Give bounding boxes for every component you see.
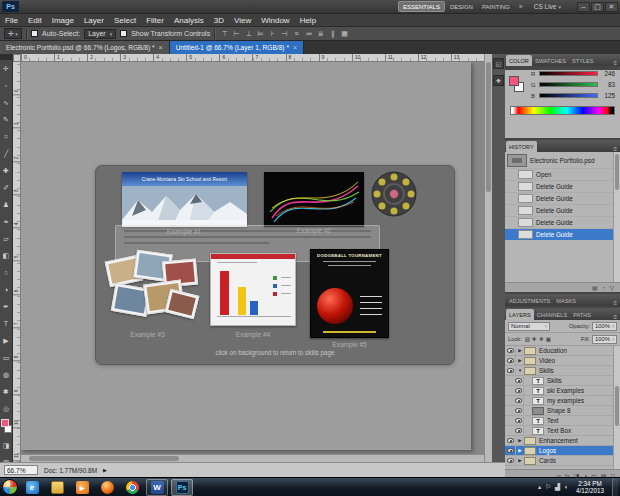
layer-row[interactable]: ▶ Video [505,356,620,366]
panel-menu-icon[interactable]: ≡ [613,60,619,66]
auto-select-checkbox[interactable] [31,30,38,37]
tray-show-hidden-icon[interactable]: ▴ [538,483,541,491]
tool-path-selection[interactable]: ▶ [0,332,13,349]
layer-row[interactable]: T Skills [505,376,620,386]
align-bottom-edges-icon[interactable]: ⊥ [243,29,254,39]
align-left-edges-icon[interactable]: ⊨ [255,29,266,39]
disclosure-triangle-icon[interactable]: ▶ [516,348,524,353]
menu-item[interactable]: File [0,16,23,25]
tool-eraser[interactable]: ▱ [0,230,13,247]
example-1-image[interactable]: Crane-Montana Ski School and Resort [122,172,247,227]
tool-clone-stamp[interactable]: ♟ [0,196,13,213]
tool-pen[interactable]: ✒ [0,298,13,315]
new-snapshot-icon[interactable]: ◔ [602,285,606,291]
workspace-button[interactable]: ESSENTIALS [398,1,445,12]
minimize-button[interactable]: – [577,2,590,12]
cs-live-dropdown[interactable]: CS Live ▾ [528,3,567,10]
tool-brush[interactable]: ✐ [0,179,13,196]
tool-type[interactable]: T [0,315,13,332]
taskbar-media-player[interactable]: ▶ [71,479,93,496]
restore-button[interactable]: ▢ [591,2,604,12]
visibility-toggle[interactable] [505,346,516,355]
distribute-top-edges-icon[interactable]: ≡ [291,29,302,39]
foreground-color-swatch[interactable] [1,419,9,427]
align-top-edges-icon[interactable]: ⊤ [219,29,230,39]
delete-state-icon[interactable]: ▽ [609,284,614,291]
auto-select-target-dropdown[interactable]: Layer ▾ [84,29,116,39]
visibility-toggle[interactable] [505,436,516,445]
horizontal-ruler[interactable]: 012345678910111213 [21,54,484,62]
visibility-toggle[interactable] [513,416,524,425]
tool-move[interactable]: ✛ [0,60,13,77]
status-flyout-icon[interactable]: ▶ [103,467,107,473]
tray-action-center-icon[interactable]: ⚐ [545,483,551,491]
disclosure-triangle-icon[interactable]: ▶ [516,458,524,463]
history-snapshot-row[interactable]: Electronic Portfolio.psd [505,152,620,168]
layer-row[interactable]: ▶ Logos [505,446,620,456]
taskbar-internet-explorer[interactable]: e [21,479,43,496]
dock-panel-icon-1[interactable]: ◱ [493,58,504,69]
distribute-bottom-edges-icon[interactable]: ≣ [315,29,326,39]
new-document-from-state-icon[interactable]: ▤ [592,284,598,291]
visibility-toggle[interactable] [513,406,524,415]
tool-blur[interactable]: ○ [0,264,13,281]
tool-3d-rotate[interactable]: ◍ [0,366,13,383]
close-button[interactable]: ✕ [605,2,618,12]
visibility-toggle[interactable] [505,356,516,365]
workspace-button[interactable]: DESIGN [446,1,477,12]
menu-item[interactable]: Help [295,16,321,25]
layer-row[interactable]: T Text Box [505,426,620,436]
tool-zoom[interactable]: ◎ [0,400,13,417]
panel-tab[interactable]: STYLES [569,55,596,66]
tool-crop[interactable]: ⌗ [0,128,13,145]
taskbar-photoshop[interactable]: Ps [171,479,193,496]
visibility-toggle[interactable] [505,446,516,455]
panel-tab[interactable]: COLOR [506,55,532,66]
lock-position-icon[interactable]: ✥ [538,336,545,342]
taskbar-clock[interactable]: 2:34 PM 4/12/2013 [572,480,608,495]
example-5-image[interactable]: DODGEBALL TOURNAMENT [310,249,389,338]
disclosure-triangle-icon[interactable]: ▶ [516,358,524,363]
layer-row[interactable]: T ski Examples [505,386,620,396]
opacity-dropdown[interactable]: 100% ▾ [592,322,617,331]
channel-value[interactable]: 83 [601,81,615,88]
dock-panel-icon-2[interactable]: ❖ [493,75,504,86]
taskbar-word[interactable]: W [146,479,168,496]
channel-value[interactable]: 125 [601,92,615,99]
panel-tab[interactable]: SWATCHES [532,55,569,66]
vertical-ruler[interactable]: 01234567891011 [13,62,21,462]
menu-item[interactable]: Image [47,16,79,25]
layer-row[interactable]: ▶ Enhancement [505,436,620,446]
history-state-row[interactable]: Delete Guide [505,216,620,228]
layer-row[interactable]: ▶ Education [505,346,620,356]
history-state-row[interactable]: Delete Guide [505,228,620,240]
start-button[interactable] [2,479,18,495]
channel-value[interactable]: 246 [601,70,615,77]
align-horizontal-centers-icon[interactable]: ⊦ [267,29,278,39]
tool-rectangular-marquee[interactable]: ▫ [0,77,13,94]
panel-tab[interactable]: ADJUSTMENTS [506,295,553,306]
document-tab[interactable]: Untitled-1 @ 66.7% (Layer 1, RGB/8) * × [170,41,304,54]
visibility-toggle[interactable] [505,456,516,465]
show-desktop-button[interactable] [612,478,618,496]
menu-item[interactable]: 3D [209,16,229,25]
layer-row[interactable]: ▶ Cards [505,456,620,466]
align-vertical-centers-icon[interactable]: ⊢ [231,29,242,39]
foreground-color-swatch[interactable] [509,76,519,86]
visibility-toggle[interactable] [513,386,524,395]
disclosure-triangle-icon[interactable]: ▶ [516,438,524,443]
close-tab-icon[interactable]: × [293,44,297,51]
history-state-row[interactable]: Delete Guide [505,180,620,192]
panel-tab[interactable]: MASKS [553,295,579,306]
distribute-vertical-centers-icon[interactable]: ≔ [303,29,314,39]
menu-item[interactable]: Layer [79,16,109,25]
panel-tab[interactable]: HISTORY [506,141,537,152]
auto-align-layers-icon[interactable]: ▦ [339,29,350,39]
visibility-toggle[interactable] [505,366,516,375]
panel-menu-icon[interactable]: ≡ [613,300,619,306]
lock-transparency-icon[interactable]: ▨ [524,336,531,342]
zoom-level-field[interactable]: 66.7% [4,465,38,475]
layers-scrollbar[interactable] [613,346,620,469]
distribute-left-edges-icon[interactable]: ∥ [327,29,338,39]
disclosure-triangle-icon[interactable]: ▶ [516,448,524,453]
